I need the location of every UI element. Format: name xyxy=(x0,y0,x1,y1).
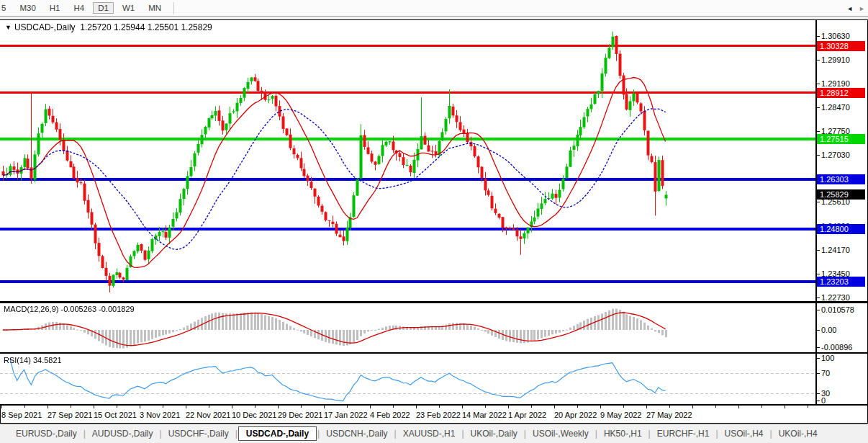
date-axis-tick xyxy=(600,406,601,408)
chart-tab-USDCNH-Daily[interactable]: USDCNH-,Daily xyxy=(320,426,393,441)
price-tick xyxy=(815,155,820,156)
date-axis-tick xyxy=(232,406,232,408)
rsi-tick xyxy=(815,401,820,401)
pane-splitter-macd-rsi[interactable] xyxy=(0,352,868,354)
date-label: 22 Nov 2021 xyxy=(186,411,230,419)
mt4-window: 5M30H1H4D1W1MN ▼USDCAD-,Daily 1.25720 1.… xyxy=(0,0,868,443)
price-level-badge: 1.30328 xyxy=(817,41,865,51)
date-axis-tick xyxy=(439,406,440,408)
current-price-badge: 1.25829 xyxy=(817,189,865,200)
date-axis-tick xyxy=(117,406,117,408)
price-tick xyxy=(815,107,820,108)
rsi-indicator-canvas[interactable] xyxy=(0,354,815,404)
timeframe-button-5[interactable]: 5 xyxy=(0,2,11,14)
timeframe-button-MN[interactable]: MN xyxy=(143,2,166,14)
timeframe-button-D1[interactable]: D1 xyxy=(93,2,114,14)
price-level-badge: 1.27515 xyxy=(817,134,865,144)
tab-scroll-arrows: ◄► xyxy=(846,5,865,12)
price-tick-label: 1.30630 xyxy=(821,32,850,40)
macd-tick-label: -0.00896 xyxy=(821,343,852,352)
tab-separator: | xyxy=(317,429,320,439)
rsi-tick-label: 70 xyxy=(821,369,830,377)
chart-tab-HK50-H1[interactable]: HK50-,H1 xyxy=(598,426,648,441)
symbol-collapse-arrow-icon[interactable]: ▼ xyxy=(5,24,12,31)
price-tick xyxy=(815,84,820,84)
date-axis-tick xyxy=(393,406,394,408)
chart-tab-UKOil-Daily[interactable]: UKOil-,Daily xyxy=(465,426,523,441)
chart-tab-USOil-Weekly[interactable]: USOil-,Weekly xyxy=(527,426,595,441)
date-axis-tick xyxy=(324,406,325,408)
date-axis-tick xyxy=(94,406,94,408)
pane-splitter-main-macd[interactable] xyxy=(0,301,868,303)
price-tick-label: 1.27030 xyxy=(821,151,850,159)
main-price-chart-canvas[interactable] xyxy=(0,20,815,301)
price-tick xyxy=(815,131,820,132)
tab-separator: | xyxy=(461,429,464,439)
chart-tab-USDCHF-Daily[interactable]: USDCHF-,Daily xyxy=(163,426,235,441)
date-label: 27 May 2022 xyxy=(646,411,692,419)
date-axis-tick xyxy=(48,406,48,408)
macd-tick xyxy=(815,330,820,331)
date-axis-tick xyxy=(715,406,716,408)
chart-tab-USDCAD-Daily[interactable]: USDCAD-,Daily xyxy=(238,426,317,441)
date-axis-tick xyxy=(623,406,624,408)
macd-tick xyxy=(815,310,820,310)
tab-scroll-right-icon[interactable]: ► xyxy=(859,5,865,12)
date-label: 8 Sep 2021 xyxy=(1,411,42,419)
price-tick xyxy=(815,202,820,202)
date-axis-tick xyxy=(370,406,371,408)
timeframe-button-M30[interactable]: M30 xyxy=(14,2,40,14)
price-tick-label: 1.29910 xyxy=(821,55,850,64)
date-axis-tick xyxy=(186,406,186,408)
date-axis-tick xyxy=(738,406,739,408)
date-axis-tick xyxy=(301,406,302,408)
date-label: 17 Jan 2022 xyxy=(324,411,368,419)
chart-tab-XAUUSD-H1[interactable]: XAUUSD-,H1 xyxy=(397,426,461,441)
tab-separator: | xyxy=(595,429,597,439)
date-label: 27 Sep 2021 xyxy=(48,411,92,419)
timeframe-button-H1[interactable]: H1 xyxy=(45,2,65,14)
tab-scroll-left-icon[interactable]: ◄ xyxy=(846,5,853,12)
date-axis-tick xyxy=(531,406,532,408)
chart-tab-UKOil-H4[interactable]: UKOil-,H4 xyxy=(773,426,823,441)
tab-separator: | xyxy=(394,429,397,439)
price-tick xyxy=(815,297,820,298)
tab-separator: | xyxy=(235,429,238,439)
rsi-tick-label: 100 xyxy=(821,354,834,362)
chart-tab-AUDUSD-Daily[interactable]: AUDUSD-,Daily xyxy=(86,426,159,441)
date-axis-tick xyxy=(692,406,693,408)
price-tick xyxy=(815,60,820,61)
chart-tab-EURUSD-Daily[interactable]: EURUSD-,Daily xyxy=(10,426,83,441)
timeframe-button-H4[interactable]: H4 xyxy=(68,2,89,14)
tab-separator: | xyxy=(524,429,526,439)
price-tick-label: 1.22730 xyxy=(821,293,850,302)
macd-tick-label: 0.00 xyxy=(821,326,836,334)
rsi-tick xyxy=(815,358,820,359)
rsi-tick xyxy=(815,373,820,374)
date-axis-tick xyxy=(278,406,279,408)
date-axis-tick xyxy=(347,406,348,408)
date-axis-tick xyxy=(577,406,578,408)
chart-tab-USOil-H4[interactable]: USOil-,H4 xyxy=(719,426,769,441)
chart-symbol-label: ▼USDCAD-,Daily 1.25720 1.25944 1.25501 1… xyxy=(5,22,212,32)
chart-tab-EURCHF-H1[interactable]: EURCHF-,H1 xyxy=(651,426,715,441)
date-axis-tick xyxy=(140,406,140,408)
price-level-badge: 1.28912 xyxy=(817,88,865,98)
date-axis-tick xyxy=(508,406,509,408)
macd-tick-label: 0.010578 xyxy=(821,305,854,314)
price-tick-label: 1.29190 xyxy=(821,79,850,88)
date-axis-tick xyxy=(808,406,808,408)
tab-separator: | xyxy=(770,429,772,439)
price-level-badge: 1.23203 xyxy=(817,277,865,287)
price-tick xyxy=(815,274,820,274)
timeframe-button-W1[interactable]: W1 xyxy=(117,2,140,14)
date-label: 29 Dec 2021 xyxy=(278,411,322,419)
date-axis-tick xyxy=(163,406,163,408)
price-tick xyxy=(815,250,820,251)
date-label: 20 Apr 2022 xyxy=(554,411,597,419)
date-axis-tick xyxy=(71,406,71,408)
tab-separator: | xyxy=(715,429,718,439)
date-axis-tick xyxy=(485,406,486,408)
tab-separator: | xyxy=(648,429,651,439)
date-label: 10 Dec 2021 xyxy=(232,411,276,419)
